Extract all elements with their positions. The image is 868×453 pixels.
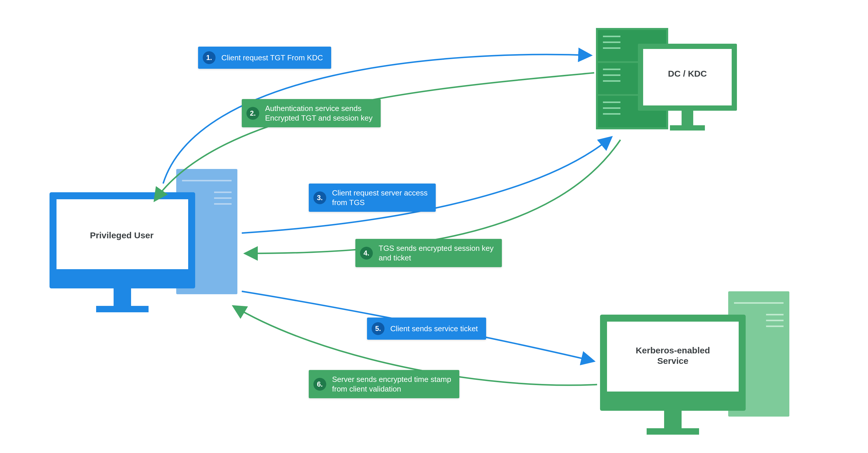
step-5: 5. Client sends service ticket [367, 318, 486, 340]
step-2: 2. Authentication service sends Encrypte… [242, 99, 381, 127]
svg-rect-24 [114, 289, 131, 306]
svg-rect-17 [176, 169, 238, 294]
step-3-text: Client request server access from TGS [332, 188, 428, 207]
service-tower-icon [728, 291, 789, 417]
step-1-num: 1. [203, 51, 216, 64]
svg-rect-25 [96, 306, 149, 312]
step-5-text: Client sends service ticket [390, 324, 478, 334]
svg-rect-16 [670, 125, 705, 130]
step-3-num: 3. [313, 191, 326, 204]
kdc-label: DC / KDC [655, 68, 719, 79]
step-6: 6. Server sends encrypted time stamp fro… [309, 370, 459, 398]
kerberos-diagram: Privileged User DC / KDC Kerberos-enable… [0, 0, 868, 453]
arrow-2 [154, 73, 594, 201]
service-monitor-icon [600, 314, 746, 435]
step-6-num: 6. [313, 378, 326, 391]
step-6-text: Server sends encrypted time stamp from c… [332, 375, 451, 394]
step-4: 4. TGS sends encrypted session key and t… [355, 239, 502, 267]
svg-rect-33 [664, 411, 682, 428]
svg-rect-1 [597, 29, 667, 62]
svg-rect-15 [682, 111, 693, 125]
step-5-num: 5. [372, 322, 384, 335]
step-2-text: Authentication service sends Encrypted T… [265, 104, 373, 123]
user-tower-icon [176, 169, 238, 294]
user-label: Privileged User [72, 230, 171, 241]
svg-rect-26 [728, 291, 789, 417]
step-4-text: TGS sends encrypted session key and tick… [379, 244, 494, 263]
step-2-num: 2. [246, 107, 259, 120]
step-3: 3. Client request server access from TGS [309, 184, 436, 212]
step-1-text: Client request TGT From KDC [221, 53, 323, 63]
user-monitor-icon [50, 192, 195, 312]
service-label: Kerberos-enabled Service [620, 345, 725, 366]
svg-rect-3 [597, 95, 667, 128]
step-4-num: 4. [360, 247, 373, 260]
svg-rect-34 [647, 428, 699, 435]
kdc-monitor-icon [638, 44, 737, 130]
step-1: 1. Client request TGT From KDC [198, 47, 331, 69]
